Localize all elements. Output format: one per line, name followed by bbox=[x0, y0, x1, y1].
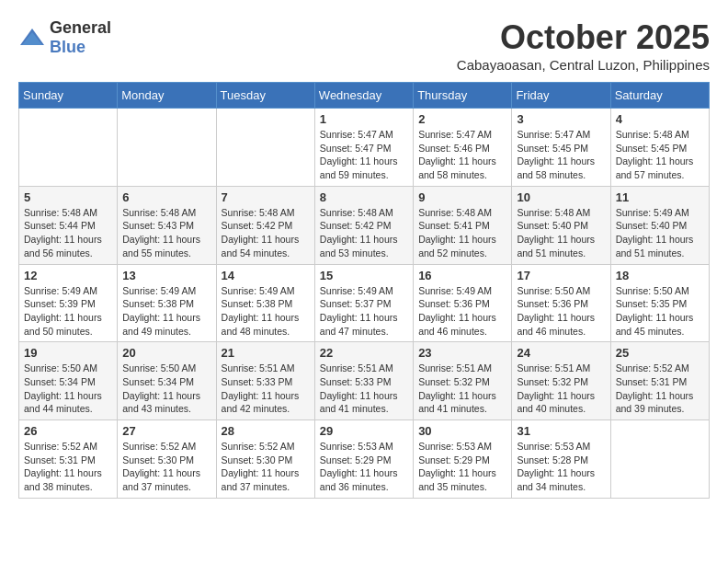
day-info: Sunrise: 5:49 AMSunset: 5:39 PMDaylight:… bbox=[24, 284, 112, 339]
day-number: 5 bbox=[24, 190, 112, 204]
logo: General Blue bbox=[18, 18, 111, 57]
calendar-cell: 5Sunrise: 5:48 AMSunset: 5:44 PMDaylight… bbox=[19, 186, 118, 264]
day-number: 22 bbox=[320, 346, 408, 360]
day-number: 10 bbox=[517, 190, 605, 204]
calendar-cell: 14Sunrise: 5:49 AMSunset: 5:38 PMDayligh… bbox=[216, 264, 314, 342]
weekday-header: Saturday bbox=[610, 83, 709, 109]
calendar-cell: 13Sunrise: 5:49 AMSunset: 5:38 PMDayligh… bbox=[118, 264, 216, 342]
day-number: 7 bbox=[222, 190, 310, 204]
logo-icon bbox=[18, 27, 46, 49]
calendar-cell: 7Sunrise: 5:48 AMSunset: 5:42 PMDaylight… bbox=[216, 186, 314, 264]
weekday-header: Sunday bbox=[19, 83, 118, 109]
day-info: Sunrise: 5:48 AMSunset: 5:42 PMDaylight:… bbox=[222, 206, 310, 260]
calendar-cell: 26Sunrise: 5:52 AMSunset: 5:31 PMDayligh… bbox=[19, 420, 118, 499]
calendar-cell: 23Sunrise: 5:51 AMSunset: 5:32 PMDayligh… bbox=[414, 342, 512, 420]
day-number: 3 bbox=[517, 112, 605, 126]
day-info: Sunrise: 5:47 AMSunset: 5:46 PMDaylight:… bbox=[418, 128, 506, 182]
calendar-cell bbox=[118, 109, 216, 187]
calendar-cell: 6Sunrise: 5:48 AMSunset: 5:43 PMDaylight… bbox=[118, 186, 216, 264]
day-number: 6 bbox=[122, 190, 210, 204]
weekday-header: Monday bbox=[118, 83, 216, 109]
day-info: Sunrise: 5:53 AMSunset: 5:29 PMDaylight:… bbox=[320, 440, 408, 494]
day-info: Sunrise: 5:51 AMSunset: 5:33 PMDaylight:… bbox=[320, 362, 408, 416]
calendar-cell: 30Sunrise: 5:53 AMSunset: 5:29 PMDayligh… bbox=[414, 420, 512, 499]
location-subtitle: Cabayaoasan, Central Luzon, Philippines bbox=[457, 57, 710, 73]
day-info: Sunrise: 5:49 AMSunset: 5:38 PMDaylight:… bbox=[122, 284, 210, 339]
day-info: Sunrise: 5:50 AMSunset: 5:34 PMDaylight:… bbox=[24, 362, 112, 416]
calendar-cell: 4Sunrise: 5:48 AMSunset: 5:45 PMDaylight… bbox=[610, 109, 709, 187]
weekday-header: Tuesday bbox=[216, 83, 314, 109]
day-number: 1 bbox=[320, 112, 408, 126]
day-info: Sunrise: 5:53 AMSunset: 5:29 PMDaylight:… bbox=[418, 440, 506, 494]
day-info: Sunrise: 5:48 AMSunset: 5:44 PMDaylight:… bbox=[24, 206, 112, 260]
day-info: Sunrise: 5:47 AMSunset: 5:45 PMDaylight:… bbox=[517, 128, 605, 182]
day-info: Sunrise: 5:52 AMSunset: 5:31 PMDaylight:… bbox=[616, 362, 704, 416]
logo-general: General bbox=[50, 18, 111, 37]
day-number: 8 bbox=[320, 190, 408, 204]
day-info: Sunrise: 5:48 AMSunset: 5:41 PMDaylight:… bbox=[418, 206, 506, 260]
title-area: October 2025 Cabayaoasan, Central Luzon,… bbox=[457, 18, 710, 73]
day-number: 24 bbox=[517, 346, 605, 360]
day-number: 28 bbox=[222, 424, 310, 438]
day-number: 11 bbox=[616, 190, 704, 204]
calendar-cell: 9Sunrise: 5:48 AMSunset: 5:41 PMDaylight… bbox=[414, 186, 512, 264]
day-info: Sunrise: 5:49 AMSunset: 5:36 PMDaylight:… bbox=[418, 284, 506, 339]
calendar-cell: 28Sunrise: 5:52 AMSunset: 5:30 PMDayligh… bbox=[216, 420, 314, 499]
calendar-cell: 27Sunrise: 5:52 AMSunset: 5:30 PMDayligh… bbox=[118, 420, 216, 499]
weekday-header: Friday bbox=[512, 83, 610, 109]
day-number: 21 bbox=[222, 346, 310, 360]
calendar-cell: 2Sunrise: 5:47 AMSunset: 5:46 PMDaylight… bbox=[414, 109, 512, 187]
day-number: 15 bbox=[320, 269, 408, 282]
day-number: 12 bbox=[24, 269, 112, 282]
calendar-cell: 19Sunrise: 5:50 AMSunset: 5:34 PMDayligh… bbox=[19, 342, 118, 420]
day-info: Sunrise: 5:51 AMSunset: 5:32 PMDaylight:… bbox=[418, 362, 506, 416]
calendar-cell: 11Sunrise: 5:49 AMSunset: 5:40 PMDayligh… bbox=[610, 186, 709, 264]
calendar-cell: 22Sunrise: 5:51 AMSunset: 5:33 PMDayligh… bbox=[314, 342, 413, 420]
calendar-cell: 12Sunrise: 5:49 AMSunset: 5:39 PMDayligh… bbox=[19, 264, 118, 342]
day-info: Sunrise: 5:49 AMSunset: 5:40 PMDaylight:… bbox=[616, 206, 704, 260]
day-info: Sunrise: 5:53 AMSunset: 5:28 PMDaylight:… bbox=[517, 440, 605, 494]
calendar-cell: 10Sunrise: 5:48 AMSunset: 5:40 PMDayligh… bbox=[512, 186, 610, 264]
day-number: 13 bbox=[122, 269, 210, 282]
day-info: Sunrise: 5:48 AMSunset: 5:40 PMDaylight:… bbox=[517, 206, 605, 260]
logo-blue: Blue bbox=[50, 38, 85, 56]
day-info: Sunrise: 5:52 AMSunset: 5:30 PMDaylight:… bbox=[122, 440, 210, 494]
calendar-cell: 18Sunrise: 5:50 AMSunset: 5:35 PMDayligh… bbox=[610, 264, 709, 342]
day-number: 30 bbox=[418, 424, 506, 438]
calendar-cell: 29Sunrise: 5:53 AMSunset: 5:29 PMDayligh… bbox=[314, 420, 413, 499]
calendar-cell: 8Sunrise: 5:48 AMSunset: 5:42 PMDaylight… bbox=[314, 186, 413, 264]
calendar-week-row: 19Sunrise: 5:50 AMSunset: 5:34 PMDayligh… bbox=[19, 342, 710, 420]
day-number: 25 bbox=[616, 346, 704, 360]
day-info: Sunrise: 5:47 AMSunset: 5:47 PMDaylight:… bbox=[320, 128, 408, 182]
day-number: 2 bbox=[418, 112, 506, 126]
calendar-cell: 21Sunrise: 5:51 AMSunset: 5:33 PMDayligh… bbox=[216, 342, 314, 420]
day-number: 20 bbox=[122, 346, 210, 360]
day-info: Sunrise: 5:50 AMSunset: 5:36 PMDaylight:… bbox=[517, 284, 605, 339]
calendar-cell: 17Sunrise: 5:50 AMSunset: 5:36 PMDayligh… bbox=[512, 264, 610, 342]
day-number: 31 bbox=[517, 424, 605, 438]
calendar-header-row: SundayMondayTuesdayWednesdayThursdayFrid… bbox=[19, 83, 710, 109]
day-number: 4 bbox=[616, 112, 704, 126]
day-number: 14 bbox=[222, 269, 310, 282]
calendar-table: SundayMondayTuesdayWednesdayThursdayFrid… bbox=[18, 82, 710, 499]
weekday-header: Thursday bbox=[414, 83, 512, 109]
day-info: Sunrise: 5:49 AMSunset: 5:37 PMDaylight:… bbox=[320, 284, 408, 339]
day-info: Sunrise: 5:49 AMSunset: 5:38 PMDaylight:… bbox=[222, 284, 310, 339]
calendar-cell bbox=[19, 109, 118, 187]
calendar-cell: 1Sunrise: 5:47 AMSunset: 5:47 PMDaylight… bbox=[314, 109, 413, 187]
calendar-cell: 16Sunrise: 5:49 AMSunset: 5:36 PMDayligh… bbox=[414, 264, 512, 342]
calendar-cell: 25Sunrise: 5:52 AMSunset: 5:31 PMDayligh… bbox=[610, 342, 709, 420]
calendar-cell: 20Sunrise: 5:50 AMSunset: 5:34 PMDayligh… bbox=[118, 342, 216, 420]
month-year-title: October 2025 bbox=[457, 18, 710, 57]
calendar-cell: 24Sunrise: 5:51 AMSunset: 5:32 PMDayligh… bbox=[512, 342, 610, 420]
day-number: 16 bbox=[418, 269, 506, 282]
day-number: 19 bbox=[24, 346, 112, 360]
day-info: Sunrise: 5:48 AMSunset: 5:43 PMDaylight:… bbox=[122, 206, 210, 260]
calendar-cell bbox=[610, 420, 709, 499]
calendar-cell: 15Sunrise: 5:49 AMSunset: 5:37 PMDayligh… bbox=[314, 264, 413, 342]
day-info: Sunrise: 5:48 AMSunset: 5:42 PMDaylight:… bbox=[320, 206, 408, 260]
day-info: Sunrise: 5:51 AMSunset: 5:32 PMDaylight:… bbox=[517, 362, 605, 416]
page-header: General Blue October 2025 Cabayaoasan, C… bbox=[18, 18, 710, 73]
day-info: Sunrise: 5:50 AMSunset: 5:35 PMDaylight:… bbox=[616, 284, 704, 339]
weekday-header: Wednesday bbox=[314, 83, 413, 109]
